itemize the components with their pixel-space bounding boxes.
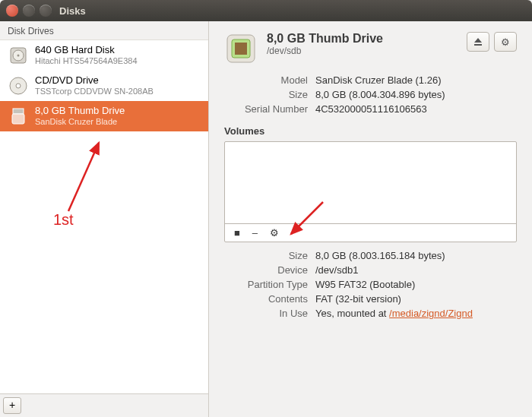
window-minimize-button[interactable] bbox=[23, 5, 35, 17]
value-model: SanDisk Cruzer Blade (1.26) bbox=[315, 74, 517, 86]
drive-list: 640 GB Hard Disk Hitachi HTS547564A9E384… bbox=[0, 40, 208, 393]
mount-point-link[interactable]: /media/zignd/Zignd bbox=[389, 308, 473, 319]
drive-item-hdd[interactable]: 640 GB Hard Disk Hitachi HTS547564A9E384 bbox=[0, 40, 208, 71]
volumes-frame: ■ – ⚙ bbox=[224, 141, 517, 242]
label-vol-inuse: In Use bbox=[224, 308, 315, 319]
value-size: 8,0 GB (8.004.304.896 bytes) bbox=[315, 89, 517, 100]
label-vol-size: Size bbox=[224, 250, 315, 261]
usb-icon bbox=[8, 106, 29, 127]
value-vol-device: /dev/sdb1 bbox=[315, 264, 517, 276]
drive-sub: SanDisk Cruzer Blade bbox=[35, 117, 125, 127]
add-drive-button[interactable]: + bbox=[3, 397, 21, 414]
volumes-header: Volumes bbox=[224, 125, 517, 137]
svg-rect-5 bbox=[13, 109, 24, 114]
sidebar: Disk Drives 640 GB Hard Disk Hitachi HTS… bbox=[0, 21, 209, 417]
volume-options-button[interactable]: ⚙ bbox=[270, 227, 279, 239]
label-vol-device: Device bbox=[224, 264, 315, 276]
value-vol-size: 8,0 GB (8.003.165.184 bytes) bbox=[315, 250, 517, 261]
detail-pane: 8,0 GB Thumb Drive /dev/sdb ⚙ Model SanD… bbox=[209, 21, 532, 417]
label-vol-ptype: Partition Type bbox=[224, 279, 315, 290]
svg-point-4 bbox=[16, 84, 21, 88]
drive-name: CD/DVD Drive bbox=[35, 75, 154, 87]
drive-name: 640 GB Hard Disk bbox=[35, 45, 138, 56]
volume-canvas[interactable] bbox=[225, 142, 516, 224]
eject-icon bbox=[473, 36, 483, 47]
device-title: 8,0 GB Thumb Drive bbox=[267, 32, 383, 46]
drive-item-usb[interactable]: 8,0 GB Thumb Drive SanDisk Cruzer Blade bbox=[0, 101, 208, 131]
sidebar-header: Disk Drives bbox=[0, 21, 208, 40]
device-path: /dev/sdb bbox=[267, 46, 383, 56]
inuse-prefix: Yes, mounted at bbox=[315, 308, 389, 319]
window-title: Disks bbox=[59, 5, 86, 17]
window-maximize-button[interactable] bbox=[40, 5, 52, 17]
device-large-icon bbox=[224, 32, 258, 65]
volume-toolbar: ■ – ⚙ bbox=[225, 224, 516, 242]
svg-rect-6 bbox=[12, 114, 24, 124]
drive-sub: Hitachi HTS547564A9E384 bbox=[35, 56, 138, 66]
label-serial: Serial Number bbox=[224, 103, 315, 115]
window-close-button[interactable] bbox=[6, 5, 18, 17]
value-vol-inuse: Yes, mounted at /media/zignd/Zignd bbox=[315, 308, 517, 319]
label-model: Model bbox=[224, 74, 315, 86]
label-vol-contents: Contents bbox=[224, 293, 315, 305]
svg-rect-10 bbox=[235, 43, 247, 55]
label-size: Size bbox=[224, 89, 315, 100]
gear-icon: ⚙ bbox=[501, 36, 510, 48]
value-vol-contents: FAT (32-bit version) bbox=[315, 293, 517, 305]
drive-options-button[interactable]: ⚙ bbox=[494, 32, 517, 52]
hdd-icon bbox=[8, 45, 29, 66]
drive-item-optical[interactable]: CD/DVD Drive TSSTcorp CDDVDW SN-208AB bbox=[0, 71, 208, 101]
value-serial: 4C532000051116106563 bbox=[315, 103, 517, 115]
drive-sub: TSSTcorp CDDVDW SN-208AB bbox=[35, 87, 154, 96]
optical-icon bbox=[8, 75, 29, 96]
eject-button[interactable] bbox=[467, 32, 489, 52]
value-vol-ptype: W95 FAT32 (Bootable) bbox=[315, 279, 517, 290]
window-titlebar: Disks bbox=[0, 0, 532, 21]
volume-remove-button[interactable]: – bbox=[252, 227, 258, 239]
drive-name: 8,0 GB Thumb Drive bbox=[35, 106, 125, 117]
volume-stop-button[interactable]: ■ bbox=[234, 227, 240, 239]
svg-point-2 bbox=[17, 55, 20, 57]
